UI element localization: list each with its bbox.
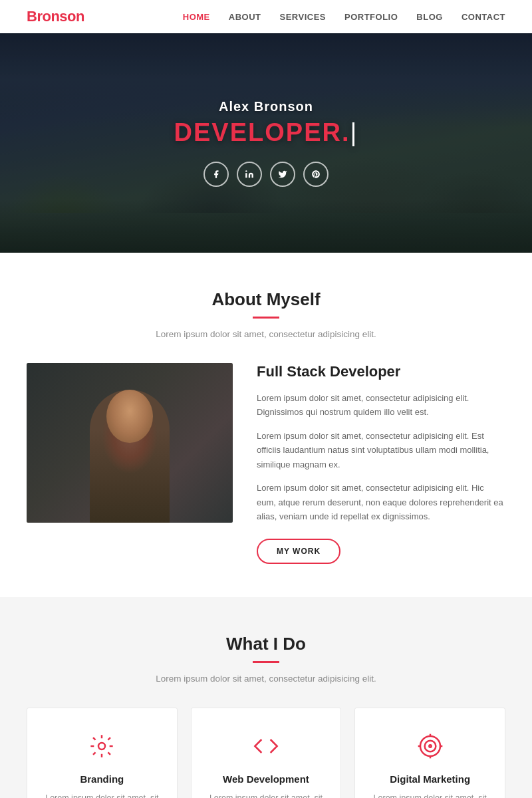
about-job-title: Full Stack Developer: [257, 363, 505, 380]
about-section: About Myself Lorem ipsum dolor sit amet,…: [0, 253, 532, 597]
service-card-marketing: Digital Marketing Lorem ipsum dolor sit …: [354, 708, 505, 799]
services-divider: [253, 661, 279, 663]
about-content: Full Stack Developer Lorem ipsum dolor s…: [27, 363, 505, 564]
nav-item-portfolio[interactable]: PORTFOLIO: [344, 11, 398, 23]
pinterest-icon[interactable]: [303, 162, 329, 187]
twitter-icon[interactable]: [270, 162, 295, 187]
logo-text: ronson: [37, 8, 84, 25]
svg-point-2: [429, 745, 431, 747]
services-subtitle: Lorem ipsum dolor sit amet, consectetur …: [27, 674, 505, 684]
marketing-icon: [414, 730, 447, 763]
svg-point-0: [245, 170, 247, 172]
services-section: What I Do Lorem ipsum dolor sit amet, co…: [0, 597, 532, 799]
branding-icon: [85, 730, 118, 763]
marketing-title: Digital Marketing: [368, 773, 491, 785]
hero-name: Alex Bronson: [174, 99, 358, 114]
nav-link-contact[interactable]: CONTACT: [462, 12, 505, 22]
about-divider: [253, 317, 279, 319]
about-para-1: Lorem ipsum dolor sit amet, consectetur …: [257, 391, 505, 420]
nav-item-services[interactable]: SERVICES: [279, 11, 326, 23]
hero-title-text: DEVELOPER.: [174, 118, 350, 146]
services-title: What I Do: [27, 634, 505, 654]
site-logo[interactable]: Bronson: [27, 8, 84, 25]
about-para-3: Lorem ipsum dolor sit amet, consectetur …: [257, 481, 505, 523]
nav-item-contact[interactable]: CONTACT: [462, 11, 505, 23]
nav-links: HOME ABOUT SERVICES PORTFOLIO BLOG CONTA…: [183, 11, 505, 23]
about-para-2: Lorem ipsum dolor sit amet, consectetur …: [257, 429, 505, 471]
svg-point-3: [424, 740, 436, 751]
nav-item-blog[interactable]: BLOG: [416, 11, 443, 23]
services-grid: Branding Lorem ipsum dolor sit amet, sit…: [27, 708, 505, 799]
facebook-icon[interactable]: [203, 162, 229, 187]
webdev-desc: Lorem ipsum dolor sit amet, sit augue th…: [205, 791, 328, 799]
nav-link-home[interactable]: HOME: [183, 12, 210, 22]
mywork-button[interactable]: MY WORK: [257, 539, 340, 564]
nav-link-about[interactable]: ABOUT: [229, 12, 261, 22]
about-title: About Myself: [27, 289, 505, 310]
service-card-webdev: Web Development Lorem ipsum dolor sit am…: [191, 708, 342, 799]
branding-desc: Lorem ipsum dolor sit amet, sit augue th…: [41, 791, 164, 799]
nav-item-about[interactable]: ABOUT: [229, 11, 261, 23]
svg-point-4: [420, 736, 440, 756]
marketing-desc: Lorem ipsum dolor sit amet, sit augue th…: [368, 791, 491, 799]
hero-content: Alex Bronson DEVELOPER.|: [174, 99, 358, 187]
nav-link-blog[interactable]: BLOG: [416, 12, 443, 22]
hero-section: Alex Bronson DEVELOPER.|: [0, 33, 532, 253]
branding-title: Branding: [41, 773, 164, 785]
logo-accent: B: [27, 8, 37, 25]
services-header: What I Do Lorem ipsum dolor sit amet, co…: [27, 634, 505, 684]
navbar: Bronson HOME ABOUT SERVICES PORTFOLIO BL…: [0, 0, 532, 33]
about-text-block: Full Stack Developer Lorem ipsum dolor s…: [257, 363, 505, 564]
about-subtitle: Lorem ipsum dolor sit amet, consectetur …: [27, 329, 505, 339]
social-icons-group: [174, 162, 358, 187]
cursor-blink: |: [350, 118, 358, 146]
nav-item-home[interactable]: HOME: [183, 11, 210, 23]
svg-point-1: [98, 743, 105, 749]
webdev-title: Web Development: [205, 773, 328, 785]
about-header: About Myself Lorem ipsum dolor sit amet,…: [27, 289, 505, 339]
nav-link-portfolio[interactable]: PORTFOLIO: [344, 12, 398, 22]
about-photo: [27, 363, 233, 523]
hero-title: DEVELOPER.|: [174, 118, 358, 147]
linkedin-icon[interactable]: [237, 162, 262, 187]
webdev-icon: [249, 730, 283, 763]
service-card-branding: Branding Lorem ipsum dolor sit amet, sit…: [27, 708, 178, 799]
nav-link-services[interactable]: SERVICES: [279, 12, 326, 22]
